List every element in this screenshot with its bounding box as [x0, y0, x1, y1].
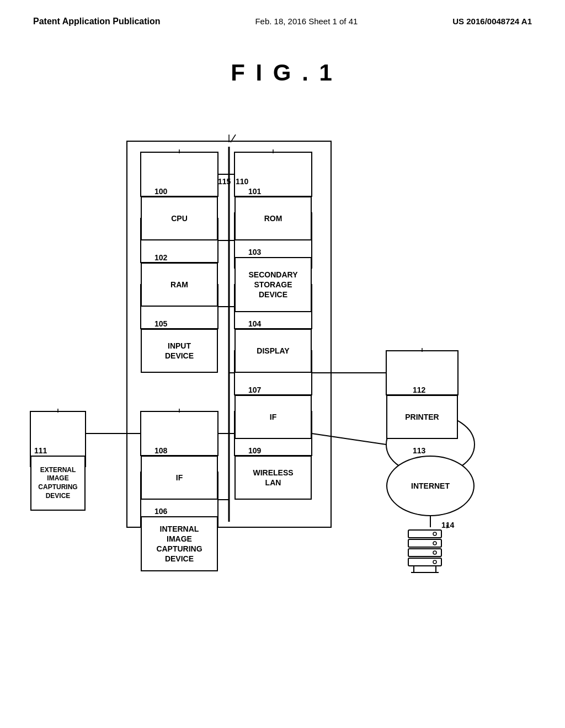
page-header: Patent Application Publication Feb. 18, … — [0, 0, 565, 26]
secondary-storage-box: SECONDARY STORAGE DEVICE — [234, 257, 312, 312]
header-center: Feb. 18, 2016 Sheet 1 of 41 — [255, 17, 358, 26]
label-108: 108 — [154, 446, 167, 455]
if-top-box: IF — [234, 395, 312, 439]
server-icon — [403, 527, 447, 577]
label-109: 109 — [248, 446, 261, 455]
internet-ellipse: INTERNET — [386, 456, 475, 516]
svg-line-24 — [312, 433, 386, 445]
label-101: 101 — [248, 187, 261, 196]
diagram-svg — [0, 97, 565, 676]
svg-rect-3 — [234, 152, 312, 196]
svg-rect-9 — [141, 411, 218, 456]
label-104: 104 — [248, 319, 261, 328]
diagram: CPU ROM RAM SECONDARY STORAGE DEVICE INP… — [0, 97, 565, 676]
label-110: 110 — [236, 177, 248, 186]
cpu-box: CPU — [141, 196, 218, 240]
label-107: 107 — [248, 386, 261, 394]
ram-box: RAM — [141, 263, 218, 307]
label-105: 105 — [154, 319, 167, 328]
input-device-box: INPUT DEVICE — [141, 329, 218, 373]
header-right: US 2016/0048724 A1 — [452, 17, 532, 26]
header-left: Patent Application Publication — [33, 17, 161, 26]
label-100: 100 — [154, 187, 167, 196]
label-102: 102 — [154, 253, 167, 262]
if-bottom-box: IF — [141, 456, 218, 500]
rom-box: ROM — [234, 196, 312, 240]
label-112: 112 — [413, 386, 425, 394]
label-111: 111 — [34, 446, 47, 455]
label-103: 103 — [248, 248, 261, 256]
figure-title: F I G . 1 — [0, 60, 565, 86]
wireless-lan-box: WIRELESS LAN — [234, 456, 312, 500]
label-106: 106 — [154, 507, 167, 516]
svg-rect-2 — [141, 152, 218, 196]
external-capture-box: EXTERNAL IMAGE CAPTURING DEVICE — [30, 456, 86, 511]
label-115: 115 — [218, 177, 231, 186]
printer-box: PRINTER — [386, 395, 458, 439]
display-box: DISPLAY — [234, 329, 312, 373]
internal-capture-box: INTERNAL IMAGE CAPTURING DEVICE — [141, 516, 218, 571]
label-113: 113 — [413, 446, 425, 455]
